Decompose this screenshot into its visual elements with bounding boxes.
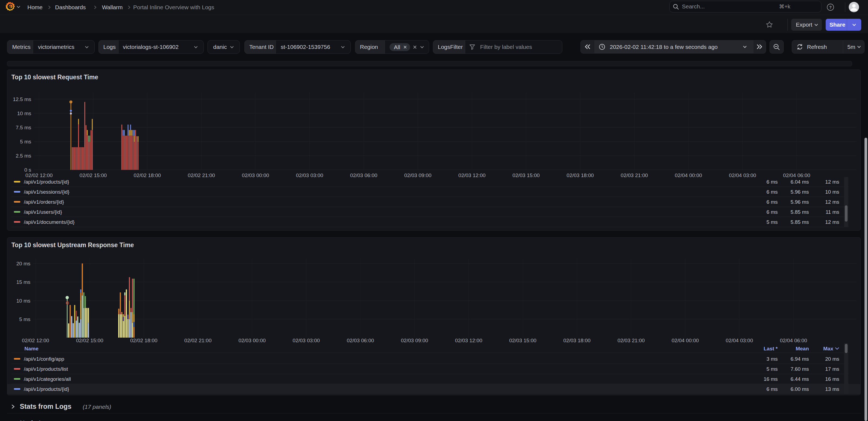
svg-text:6.44 ms: 6.44 ms (790, 376, 809, 382)
svg-text:6 ms: 6 ms (767, 386, 778, 392)
svg-text:/api/v1/categories/all: /api/v1/categories/all (24, 376, 71, 382)
svg-text:20 ms: 20 ms (825, 356, 839, 362)
svg-text:/api/v1/products/{id}: /api/v1/products/{id} (24, 386, 69, 392)
svg-text:Last *: Last * (764, 346, 778, 352)
svg-text:13 ms: 13 ms (825, 386, 839, 392)
svg-text:/api/v1/products/list: /api/v1/products/list (24, 366, 68, 372)
svg-text:6.94 ms: 6.94 ms (790, 356, 809, 362)
svg-text:3 ms: 3 ms (767, 356, 778, 362)
svg-text:5 ms: 5 ms (767, 366, 778, 372)
svg-text:6.00 ms: 6.00 ms (790, 386, 809, 392)
svg-text:Mean: Mean (796, 346, 809, 352)
svg-text:7.60 ms: 7.60 ms (790, 366, 809, 372)
svg-text:/api/v1/config/app: /api/v1/config/app (24, 356, 64, 362)
svg-text:Max: Max (823, 346, 833, 352)
svg-text:16 ms: 16 ms (764, 376, 778, 382)
svg-text:Name: Name (24, 346, 38, 352)
svg-text:16 ms: 16 ms (825, 376, 839, 382)
svg-text:17 ms: 17 ms (825, 366, 839, 372)
